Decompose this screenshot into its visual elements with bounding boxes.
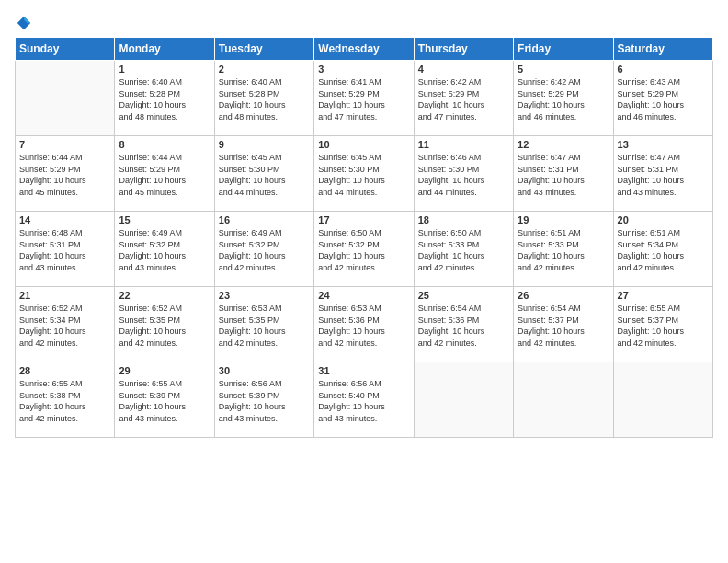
calendar-cell: 8Sunrise: 6:44 AM Sunset: 5:29 PM Daylig… [115,136,214,212]
day-number: 12 [518,139,609,150]
day-info: Sunrise: 6:56 AM Sunset: 5:40 PM Dayligh… [318,378,409,424]
day-info: Sunrise: 6:56 AM Sunset: 5:39 PM Dayligh… [219,378,310,424]
day-info: Sunrise: 6:44 AM Sunset: 5:29 PM Dayligh… [19,152,110,198]
day-number: 8 [119,139,210,150]
day-info: Sunrise: 6:51 AM Sunset: 5:34 PM Dayligh… [618,227,709,273]
calendar-cell: 1Sunrise: 6:40 AM Sunset: 5:28 PM Daylig… [115,61,214,136]
day-number: 1 [119,63,210,75]
day-info: Sunrise: 6:47 AM Sunset: 5:31 PM Dayligh… [518,152,609,198]
calendar-cell: 26Sunrise: 6:54 AM Sunset: 5:37 PM Dayli… [514,287,613,362]
calendar-cell: 2Sunrise: 6:40 AM Sunset: 5:28 PM Daylig… [214,61,313,136]
day-info: Sunrise: 6:40 AM Sunset: 5:28 PM Dayligh… [219,76,310,122]
day-number: 30 [219,365,310,376]
calendar-cell: 27Sunrise: 6:55 AM Sunset: 5:37 PM Dayli… [613,287,712,362]
logo-text [15,15,33,31]
day-number: 10 [318,139,409,150]
calendar-cell: 10Sunrise: 6:45 AM Sunset: 5:30 PM Dayli… [314,136,414,212]
calendar-cell: 19Sunrise: 6:51 AM Sunset: 5:33 PM Dayli… [514,212,613,287]
day-info: Sunrise: 6:55 AM Sunset: 5:39 PM Dayligh… [119,378,210,424]
calendar-cell: 24Sunrise: 6:53 AM Sunset: 5:36 PM Dayli… [314,287,414,362]
calendar-week-row: 21Sunrise: 6:52 AM Sunset: 5:34 PM Dayli… [16,287,713,362]
calendar-cell: 3Sunrise: 6:41 AM Sunset: 5:29 PM Daylig… [314,61,414,136]
day-number: 18 [418,214,509,225]
day-info: Sunrise: 6:51 AM Sunset: 5:33 PM Dayligh… [518,227,609,273]
day-number: 11 [418,139,509,150]
day-info: Sunrise: 6:55 AM Sunset: 5:37 PM Dayligh… [618,303,709,349]
calendar-cell: 15Sunrise: 6:49 AM Sunset: 5:32 PM Dayli… [115,212,214,287]
column-header-wednesday: Wednesday [314,38,414,61]
day-number: 24 [318,290,409,301]
day-info: Sunrise: 6:45 AM Sunset: 5:30 PM Dayligh… [219,152,310,198]
calendar-cell [613,362,712,438]
day-number: 28 [19,365,110,376]
logo-icon [16,15,32,31]
day-number: 29 [119,365,210,376]
day-number: 27 [618,290,709,301]
calendar-cell: 21Sunrise: 6:52 AM Sunset: 5:34 PM Dayli… [16,287,115,362]
calendar-cell: 12Sunrise: 6:47 AM Sunset: 5:31 PM Dayli… [514,136,613,212]
day-number: 23 [219,290,310,301]
day-number: 5 [518,63,609,75]
day-info: Sunrise: 6:55 AM Sunset: 5:38 PM Dayligh… [19,378,110,424]
calendar-cell [16,61,115,136]
day-info: Sunrise: 6:43 AM Sunset: 5:29 PM Dayligh… [618,76,709,122]
day-number: 6 [618,63,709,75]
calendar-cell: 23Sunrise: 6:53 AM Sunset: 5:35 PM Dayli… [214,287,313,362]
calendar-cell: 11Sunrise: 6:46 AM Sunset: 5:30 PM Dayli… [414,136,513,212]
calendar-cell: 4Sunrise: 6:42 AM Sunset: 5:29 PM Daylig… [414,61,513,136]
column-header-friday: Friday [514,38,613,61]
day-number: 9 [219,139,310,150]
calendar-table: SundayMondayTuesdayWednesdayThursdayFrid… [15,37,713,438]
logo [15,15,33,31]
day-info: Sunrise: 6:53 AM Sunset: 5:36 PM Dayligh… [318,303,409,349]
day-number: 17 [318,214,409,225]
day-info: Sunrise: 6:47 AM Sunset: 5:31 PM Dayligh… [618,152,709,198]
calendar-cell: 16Sunrise: 6:49 AM Sunset: 5:32 PM Dayli… [214,212,313,287]
day-info: Sunrise: 6:42 AM Sunset: 5:29 PM Dayligh… [418,76,509,122]
column-header-thursday: Thursday [414,38,513,61]
day-number: 15 [119,214,210,225]
page: SundayMondayTuesdayWednesdayThursdayFrid… [0,0,728,563]
calendar-cell: 13Sunrise: 6:47 AM Sunset: 5:31 PM Dayli… [613,136,712,212]
calendar-cell [414,362,513,438]
calendar-cell: 7Sunrise: 6:44 AM Sunset: 5:29 PM Daylig… [16,136,115,212]
calendar-cell: 25Sunrise: 6:54 AM Sunset: 5:36 PM Dayli… [414,287,513,362]
calendar-cell: 5Sunrise: 6:42 AM Sunset: 5:29 PM Daylig… [514,61,613,136]
calendar-cell: 20Sunrise: 6:51 AM Sunset: 5:34 PM Dayli… [613,212,712,287]
day-number: 25 [418,290,509,301]
calendar-body: 1Sunrise: 6:40 AM Sunset: 5:28 PM Daylig… [16,61,713,438]
day-number: 13 [618,139,709,150]
day-info: Sunrise: 6:46 AM Sunset: 5:30 PM Dayligh… [418,152,509,198]
day-info: Sunrise: 6:50 AM Sunset: 5:33 PM Dayligh… [418,227,509,273]
day-number: 14 [19,214,110,225]
day-info: Sunrise: 6:40 AM Sunset: 5:28 PM Dayligh… [119,76,210,122]
day-number: 19 [518,214,609,225]
calendar-week-row: 7Sunrise: 6:44 AM Sunset: 5:29 PM Daylig… [16,136,713,212]
calendar-cell: 14Sunrise: 6:48 AM Sunset: 5:31 PM Dayli… [16,212,115,287]
day-number: 2 [219,63,310,75]
column-header-sunday: Sunday [16,38,115,61]
day-info: Sunrise: 6:41 AM Sunset: 5:29 PM Dayligh… [318,76,409,122]
calendar-cell [514,362,613,438]
day-info: Sunrise: 6:44 AM Sunset: 5:29 PM Dayligh… [119,152,210,198]
column-header-tuesday: Tuesday [214,38,313,61]
calendar-cell: 18Sunrise: 6:50 AM Sunset: 5:33 PM Dayli… [414,212,513,287]
calendar-cell: 6Sunrise: 6:43 AM Sunset: 5:29 PM Daylig… [613,61,712,136]
day-info: Sunrise: 6:49 AM Sunset: 5:32 PM Dayligh… [219,227,310,273]
calendar-cell: 31Sunrise: 6:56 AM Sunset: 5:40 PM Dayli… [314,362,414,438]
day-number: 4 [418,63,509,75]
day-info: Sunrise: 6:45 AM Sunset: 5:30 PM Dayligh… [318,152,409,198]
calendar-cell: 22Sunrise: 6:52 AM Sunset: 5:35 PM Dayli… [115,287,214,362]
day-info: Sunrise: 6:48 AM Sunset: 5:31 PM Dayligh… [19,227,110,273]
day-info: Sunrise: 6:54 AM Sunset: 5:36 PM Dayligh… [418,303,509,349]
day-info: Sunrise: 6:54 AM Sunset: 5:37 PM Dayligh… [518,303,609,349]
calendar-cell: 9Sunrise: 6:45 AM Sunset: 5:30 PM Daylig… [214,136,313,212]
day-number: 31 [318,365,409,376]
day-number: 16 [219,214,310,225]
calendar-cell: 28Sunrise: 6:55 AM Sunset: 5:38 PM Dayli… [16,362,115,438]
calendar-week-row: 14Sunrise: 6:48 AM Sunset: 5:31 PM Dayli… [16,212,713,287]
day-info: Sunrise: 6:52 AM Sunset: 5:35 PM Dayligh… [119,303,210,349]
calendar-cell: 29Sunrise: 6:55 AM Sunset: 5:39 PM Dayli… [115,362,214,438]
column-header-monday: Monday [115,38,214,61]
day-number: 3 [318,63,409,75]
